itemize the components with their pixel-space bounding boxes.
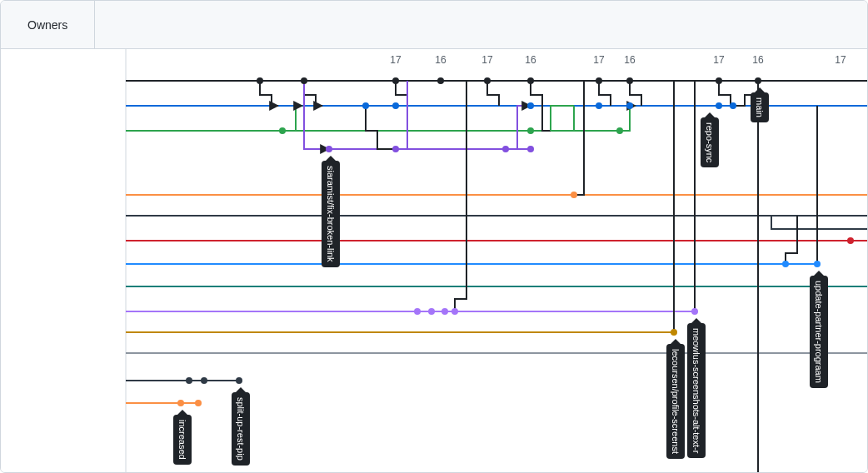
svg-point-53	[177, 400, 184, 406]
svg-point-34	[527, 127, 534, 134]
svg-point-36	[326, 146, 332, 152]
header-bar: Owners	[1, 1, 867, 49]
svg-point-43	[814, 261, 821, 267]
svg-point-18	[437, 77, 444, 84]
svg-point-31	[730, 102, 736, 109]
svg-point-24	[755, 77, 761, 84]
svg-point-21	[596, 77, 602, 84]
graph-svg	[1, 49, 868, 473]
svg-point-41	[847, 237, 854, 244]
svg-point-28	[596, 102, 602, 109]
svg-point-35	[616, 127, 623, 134]
svg-point-48	[691, 308, 698, 315]
network-graph[interactable]: 17 16 17 16 17 16 17 16 17	[1, 49, 867, 472]
commit-dots	[177, 77, 854, 406]
svg-point-50	[186, 377, 192, 384]
svg-point-44	[414, 308, 421, 315]
svg-point-16	[301, 77, 307, 84]
svg-point-51	[201, 377, 207, 384]
svg-point-30	[716, 102, 722, 109]
svg-point-40	[571, 192, 577, 198]
svg-point-33	[279, 127, 286, 134]
svg-point-26	[392, 102, 399, 109]
tab-owners[interactable]: Owners	[1, 1, 95, 49]
svg-point-38	[502, 146, 509, 152]
svg-point-49	[671, 329, 677, 336]
svg-point-25	[362, 102, 369, 109]
svg-point-47	[451, 308, 458, 315]
svg-point-46	[441, 308, 448, 315]
svg-point-37	[392, 146, 399, 152]
svg-point-42	[782, 261, 789, 267]
branch-label-lecoursen[interactable]: lecoursen/profile-screenst	[666, 344, 685, 459]
branch-label-increased[interactable]: increased	[173, 415, 192, 465]
branch-label-main[interactable]: main	[751, 92, 769, 122]
svg-point-29	[626, 102, 633, 109]
svg-point-15	[257, 77, 263, 84]
svg-point-23	[716, 77, 722, 84]
svg-point-22	[626, 77, 633, 84]
svg-point-52	[236, 377, 242, 384]
branch-label-update-partner[interactable]: update-partner-prograam	[810, 276, 828, 388]
branch-label-repo-sync[interactable]: repo-sync	[701, 117, 719, 167]
svg-point-27	[527, 102, 534, 109]
svg-point-19	[484, 77, 491, 84]
tab-label: Owners	[27, 18, 67, 32]
svg-point-20	[527, 77, 534, 84]
svg-point-54	[195, 400, 202, 406]
svg-point-45	[428, 308, 435, 315]
branch-label-meowlus[interactable]: meowlus-screenshots-alt-text-r	[687, 323, 706, 458]
svg-point-17	[392, 77, 399, 84]
svg-point-39	[527, 146, 534, 152]
branch-label-siaramist[interactable]: siaramist/fix-broken-link	[322, 161, 340, 267]
branch-label-split-up[interactable]: split-up-rest-pip	[232, 392, 250, 466]
